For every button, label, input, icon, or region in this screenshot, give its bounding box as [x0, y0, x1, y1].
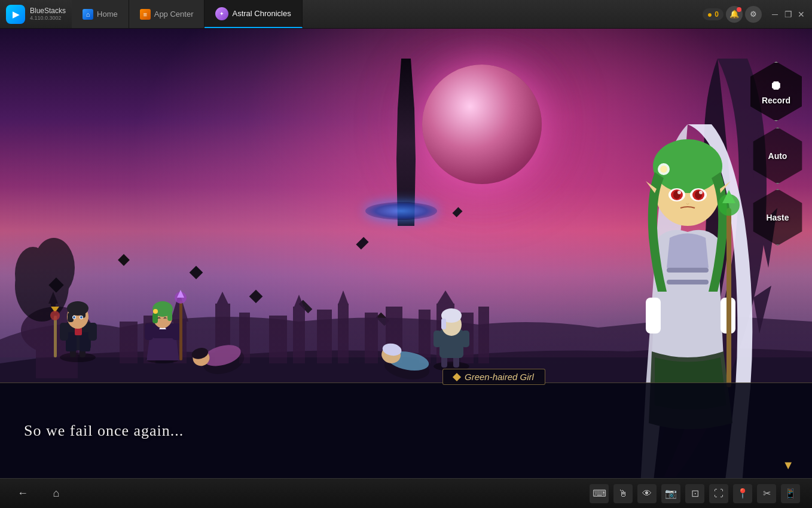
home-icon: ⌂ — [83, 9, 93, 20]
speaker-badge: Green-haired Girl — [442, 369, 545, 385]
window-controls: ─ ❐ ✕ — [769, 8, 807, 20]
haste-label: Haste — [766, 213, 789, 222]
video-icon-button[interactable]: 📷 — [661, 484, 680, 503]
notification-dot — [737, 7, 741, 12]
camera-icon-button[interactable]: 👁 — [637, 484, 657, 503]
minimize-button[interactable]: ─ — [769, 8, 781, 20]
game-area[interactable]: ⏺ Record Auto Haste Green-haired Girl So… — [0, 29, 812, 478]
close-button[interactable]: ✕ — [795, 8, 807, 20]
game-moon — [422, 65, 542, 184]
coin-balance: ● 0 — [703, 8, 724, 20]
settings-button[interactable]: ⚙ — [745, 6, 762, 23]
record-icon: ⏺ — [770, 78, 783, 93]
tab-home-label: Home — [97, 10, 118, 19]
bluestacks-version: 4.110.0.3002 — [30, 15, 66, 21]
record-label: Record — [762, 96, 790, 105]
tab-bar: ⌂ Home ≡ App Center ✦ Astral Chronicles — [72, 0, 698, 28]
bluestacks-icon: ▶ — [6, 5, 25, 24]
appcenter-icon: ≡ — [140, 9, 151, 20]
scissors-icon-button[interactable]: ✂ — [757, 484, 776, 503]
taskbar: ← ⌂ ⌨ 🖱 👁 📷 ⊡ ⛶ 📍 ✂ 📱 — [0, 478, 812, 508]
titlebar-actions: ● 0 🔔 ⚙ ─ ❐ ✕ — [698, 6, 812, 23]
back-button[interactable]: ← — [12, 483, 33, 504]
speaker-diamond-icon — [453, 372, 461, 381]
mouse-icon-button[interactable]: 🖱 — [613, 484, 633, 503]
coin-amount: 0 — [715, 10, 719, 19]
phone-icon-button[interactable]: 📱 — [781, 484, 800, 503]
tab-home[interactable]: ⌂ Home — [72, 0, 129, 28]
keyboard-icon-button[interactable]: ⌨ — [590, 484, 609, 503]
tab-game[interactable]: ✦ Astral Chronicles — [204, 0, 302, 28]
taskbar-left: ← ⌂ — [12, 483, 67, 504]
home-button[interactable]: ⌂ — [45, 483, 67, 504]
screenshot-icon-button[interactable]: ⊡ — [685, 484, 704, 503]
tab-appcenter-label: App Center — [154, 10, 194, 19]
tab-appcenter[interactable]: ≡ App Center — [129, 0, 205, 28]
dialogue-text: So we fail once again... — [24, 422, 788, 440]
bluestacks-name: BlueStacks — [30, 7, 66, 15]
taskbar-right: ⌨ 🖱 👁 📷 ⊡ ⛶ 📍 ✂ 📱 — [590, 484, 800, 503]
game-platform — [365, 202, 437, 220]
location-icon-button[interactable]: 📍 — [733, 484, 752, 503]
restore-button[interactable]: ❐ — [782, 8, 794, 20]
bluestacks-logo: ▶ BlueStacks 4.110.0.3002 — [0, 5, 72, 24]
coin-icon: ● — [707, 10, 712, 19]
titlebar: ▶ BlueStacks 4.110.0.3002 ⌂ Home ≡ App C… — [0, 0, 812, 29]
game-icon: ✦ — [215, 7, 228, 20]
fullscreen-icon-button[interactable]: ⛶ — [709, 484, 728, 503]
auto-label: Auto — [768, 151, 787, 161]
speaker-name: Green-haired Girl — [465, 372, 534, 382]
dialogue-box[interactable]: Green-haired Girl So we fail once again.… — [0, 382, 812, 478]
notification-button[interactable]: 🔔 — [726, 6, 743, 23]
tab-game-label: Astral Chronicles — [232, 9, 291, 18]
next-indicator: ▼ — [782, 458, 794, 472]
bluestacks-brand: BlueStacks 4.110.0.3002 — [30, 7, 66, 21]
